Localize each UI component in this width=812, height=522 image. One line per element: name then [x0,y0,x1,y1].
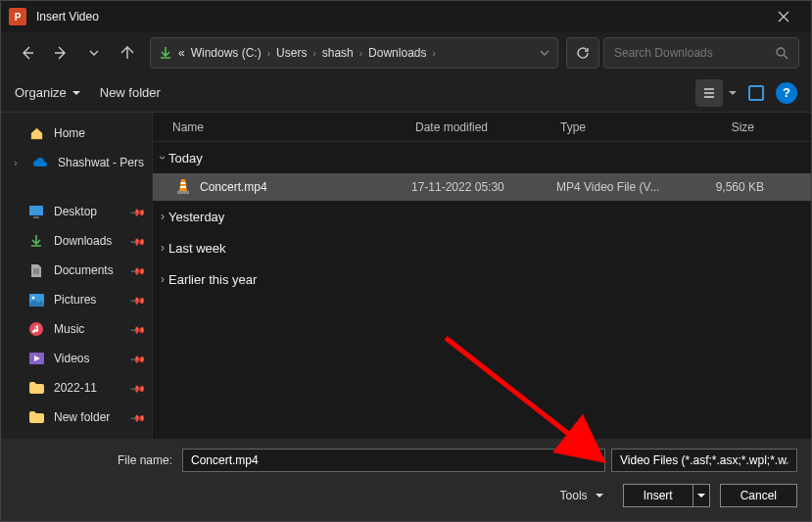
column-date[interactable]: Date modified [415,120,560,134]
svg-rect-9 [177,191,189,194]
pin-icon: 📌 [130,321,146,337]
caret-down-icon[interactable] [729,89,737,97]
chevron-right-icon: › [312,48,315,59]
group-today[interactable]: › Today [153,142,811,173]
toolbar: Organize New folder ? [1,73,811,113]
preview-pane-button[interactable] [742,79,770,107]
file-type-filter[interactable]: Video Files (*.asf;*.asx;*.wpl;*.w ⌄ [611,449,797,472]
chevron-down-icon: › [156,156,169,160]
svg-point-4 [31,296,34,299]
search-icon [776,47,788,60]
bottom-panel: File name: Video Files (*.asf;*.asx;*.wp… [1,439,811,521]
recent-button[interactable] [79,38,109,68]
sidebar-item-folder[interactable]: New folder 📌 [1,403,152,432]
caret-down-icon [697,492,705,499]
back-button[interactable] [13,38,42,68]
column-type[interactable]: Type [560,120,676,134]
svg-rect-1 [29,206,43,215]
organize-button[interactable]: Organize [15,85,80,100]
refresh-button[interactable] [566,37,599,69]
pin-icon: 📌 [130,233,146,249]
filename-row: File name: Video Files (*.asf;*.asx;*.wp… [15,449,797,472]
svg-point-0 [777,48,785,56]
pin-icon: 📌 [130,292,146,308]
close-icon [778,11,789,23]
list-icon [702,86,716,100]
chevron-right-icon: › [9,158,23,168]
sidebar-item-home[interactable]: Home [1,119,152,148]
downloads-icon [28,233,44,249]
home-icon [28,125,44,141]
sidebar-item-music[interactable]: Music 📌 [1,314,152,344]
file-name: Concert.mp4 [200,180,267,194]
chevron-down-icon [540,48,549,58]
pin-icon: 📌 [130,380,146,396]
chevron-right-icon: › [432,48,435,59]
sidebar-item-documents[interactable]: Documents 📌 [1,256,152,285]
insert-dropdown[interactable] [693,484,710,507]
sidebar-item-downloads[interactable]: Downloads 📌 [1,226,152,256]
column-size[interactable]: Size [676,120,774,134]
search-box[interactable] [603,37,799,69]
arrow-right-icon [53,45,69,61]
breadcrumb-item[interactable]: Downloads [368,46,426,60]
vlc-icon [176,179,192,195]
powerpoint-icon: P [9,8,26,25]
sidebar-item-pictures[interactable]: Pictures 📌 [1,285,152,314]
chevron-down-icon: ⌄ [783,455,790,466]
file-date: 17-11-2022 05:30 [411,180,556,194]
filename-input[interactable] [182,449,605,472]
file-type: MP4 Video File (V... [556,180,672,194]
help-button[interactable]: ? [776,82,797,104]
insert-button[interactable]: Insert [623,484,693,507]
svg-point-5 [29,322,43,336]
sidebar-item-videos[interactable]: Videos 📌 [1,344,152,373]
tools-button[interactable]: Tools [560,489,603,502]
titlebar: P Insert Video [1,1,811,32]
pin-icon: 📌 [130,204,146,219]
svg-rect-7 [181,182,186,184]
pin-icon: 📌 [130,262,146,278]
folder-icon [28,409,44,425]
videos-icon [28,351,44,366]
music-icon [28,321,44,337]
svg-rect-2 [33,216,39,218]
up-button[interactable] [113,38,142,68]
chevron-down-icon [89,48,99,58]
breadcrumb-item[interactable]: Users [276,46,307,60]
breadcrumb-expand[interactable] [540,48,549,58]
file-row[interactable]: Concert.mp4 17-11-2022 05:30 MP4 Video F… [153,173,811,201]
search-input[interactable] [614,46,768,60]
view-button[interactable] [695,79,723,107]
new-folder-button[interactable]: New folder [100,85,161,100]
arrow-left-icon [20,45,35,61]
group-yesterday[interactable]: › Yesterday [153,201,811,232]
sidebar-item-folder[interactable]: 2022-11 📌 [1,373,152,403]
chevron-right-icon: › [161,241,165,255]
svg-rect-8 [180,186,186,188]
chevron-right-icon: › [359,48,362,59]
refresh-icon [576,46,590,60]
group-earlier-this-year[interactable]: › Earlier this year [153,263,811,295]
close-button[interactable] [764,1,803,32]
pictures-icon [28,292,44,308]
breadcrumb-prefix[interactable]: « [178,46,185,60]
filename-label: File name: [15,453,176,467]
caret-down-icon [596,492,603,499]
cancel-button[interactable]: Cancel [720,484,797,507]
downloads-icon [159,46,172,60]
breadcrumb[interactable]: « Windows (C:) › Users › shash › Downloa… [150,37,558,69]
breadcrumb-item[interactable]: shash [322,46,354,60]
forward-button[interactable] [46,38,75,68]
group-last-week[interactable]: › Last week [153,232,811,263]
file-size: 9,560 KB [672,180,764,194]
sidebar-item-desktop[interactable]: Desktop 📌 [1,197,152,226]
preview-icon [748,85,764,101]
file-list: Name Date modified Type Size › Today Con… [153,113,811,439]
chevron-right-icon: › [161,210,165,223]
breadcrumb-item[interactable]: Windows (C:) [191,46,262,60]
sidebar-item-onedrive[interactable]: › Shashwat - Pers [1,148,152,177]
column-name[interactable]: Name [172,120,415,134]
window-title: Insert Video [36,10,764,24]
caret-down-icon [72,89,80,97]
